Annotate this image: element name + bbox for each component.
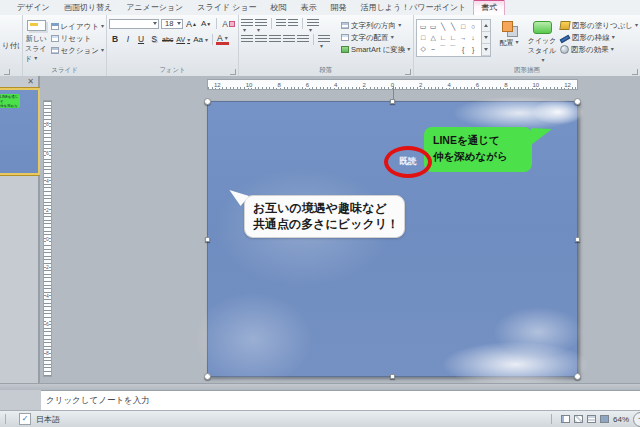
font-color-button[interactable]: A: [216, 33, 229, 45]
quick-styles-label-2: スタイル: [527, 46, 557, 64]
shape-arc2-icon[interactable]: ⌒: [448, 44, 458, 55]
zoom-out-button[interactable]: −: [633, 412, 640, 427]
quick-styles-button[interactable]: クイック スタイル: [527, 17, 557, 64]
gallery-scroll-up[interactable]: [482, 20, 490, 32]
shape-fill-button[interactable]: 図形の塗りつぶし: [560, 20, 638, 31]
bold-button[interactable]: B: [109, 33, 121, 45]
slideshow-view-icon[interactable]: [600, 415, 609, 423]
arrange-button[interactable]: 配置: [494, 17, 524, 64]
vertical-ruler[interactable]: 8 6 4 2 0 2 4 6 8: [43, 100, 52, 377]
shape-brace-right-icon[interactable]: }: [468, 44, 478, 55]
gallery-more-button[interactable]: [482, 44, 490, 56]
shape-arrow-line-icon[interactable]: ╲: [448, 21, 458, 32]
line-spacing-button[interactable]: [307, 19, 319, 28]
shape-rectangle-icon[interactable]: □: [458, 21, 468, 32]
align-left-button[interactable]: [241, 35, 253, 44]
selection-handle-bottom[interactable]: [390, 374, 395, 379]
gallery-scrollbar[interactable]: [482, 19, 491, 57]
language-indicator[interactable]: 日本語: [36, 414, 60, 425]
numbering-button[interactable]: [255, 19, 267, 28]
selection-handle-bottom-right[interactable]: [574, 373, 581, 380]
notes-input[interactable]: クリックしてノートを入力: [41, 390, 640, 410]
thumbnail-green-bubble: LINEを通じて 仲を深めながら: [0, 94, 20, 108]
shape-arc-icon[interactable]: ⌒: [438, 44, 448, 55]
clear-formatting-label: A: [222, 19, 228, 29]
align-text-button[interactable]: 文字の配置: [341, 32, 410, 43]
tab-design[interactable]: デザイン: [10, 0, 57, 15]
shape-textbox-icon[interactable]: ▭: [418, 21, 428, 32]
tab-view[interactable]: 表示: [294, 0, 324, 15]
shape-arrow-down-icon[interactable]: ↓: [468, 32, 478, 43]
tab-slideshow[interactable]: スライド ショー: [190, 0, 263, 15]
spellcheck-icon[interactable]: ✓: [19, 413, 31, 425]
shapes-gallery[interactable]: ▭ ▭ ╲ ╲ □ ○ □ △ ∟ ∟ → ↓ ◇ ~ ⌒ ⌒ {: [416, 19, 482, 57]
columns-button[interactable]: [318, 35, 330, 44]
bullets-button[interactable]: [241, 19, 253, 28]
paste-button-partial[interactable]: り付け: [2, 41, 20, 51]
slide-sorter-view-icon[interactable]: [574, 415, 583, 423]
dialog-launcher-icon[interactable]: [4, 69, 10, 75]
reset-button[interactable]: リセット: [51, 33, 104, 44]
selection-handle-bottom-left[interactable]: [204, 373, 211, 380]
ruler-number: 4: [46, 293, 49, 299]
change-case-button[interactable]: Aa: [192, 33, 209, 45]
shape-elbow2-icon[interactable]: ∟: [448, 32, 458, 43]
decrease-indent-button[interactable]: [276, 19, 286, 28]
shape-arrow-right-icon[interactable]: →: [458, 32, 468, 43]
reading-view-icon[interactable]: [587, 415, 596, 423]
tab-format-active[interactable]: 書式: [473, 0, 505, 15]
underline-button[interactable]: U: [135, 33, 147, 45]
dialog-launcher-icon[interactable]: [230, 69, 236, 75]
shape-brace-left-icon[interactable]: {: [458, 44, 468, 55]
convert-smartart-button[interactable]: SmartArt に変換: [341, 44, 410, 55]
selection-handle-top-left[interactable]: [204, 98, 211, 105]
align-center-button[interactable]: [255, 35, 267, 44]
shape-rect2-icon[interactable]: □: [418, 32, 428, 43]
section-button[interactable]: セクション: [51, 45, 104, 56]
tab-partial-left[interactable]: [0, 1, 10, 15]
tab-animations[interactable]: アニメーション: [119, 0, 190, 15]
shape-triangle-icon[interactable]: △: [428, 32, 438, 43]
distribute-button[interactable]: [297, 35, 309, 44]
font-name-combo[interactable]: [109, 19, 159, 29]
clear-formatting-button[interactable]: A: [221, 18, 236, 30]
new-slide-button[interactable]: 新しい スライド: [25, 17, 48, 64]
chevron-down-icon: [153, 22, 157, 25]
strikethrough-button[interactable]: abc: [161, 33, 174, 45]
italic-button[interactable]: I: [122, 33, 134, 45]
tab-developer[interactable]: 開発: [324, 0, 354, 15]
gallery-scroll-down[interactable]: [482, 32, 490, 44]
tab-transitions[interactable]: 画面切り替え: [57, 0, 119, 15]
align-right-button[interactable]: [269, 35, 281, 44]
shape-effects-button[interactable]: 図形の効果: [560, 44, 638, 55]
character-spacing-button[interactable]: AV: [175, 33, 191, 45]
text-shadow-button[interactable]: S: [148, 33, 160, 45]
shape-curve-icon[interactable]: ~: [428, 44, 438, 55]
shrink-font-button[interactable]: A▼: [200, 18, 212, 30]
shape-vtextbox-icon[interactable]: ▭: [428, 21, 438, 32]
shape-line-icon[interactable]: ╲: [438, 21, 448, 32]
selection-handle-top-right[interactable]: [574, 98, 581, 105]
selection-handle-right[interactable]: [575, 237, 580, 242]
justify-button[interactable]: [283, 35, 295, 44]
shape-elbow-icon[interactable]: ∟: [438, 32, 448, 43]
slide-thumbnail[interactable]: LINEを通じて 仲を深めながら: [0, 88, 40, 175]
slide-picture[interactable]: LINEを通じて 仲を深めながら 既読 お互いの境遇や趣味など 共通点の多さにビ…: [207, 101, 578, 377]
font-size-combo[interactable]: 18: [161, 19, 183, 29]
selection-handle-left[interactable]: [205, 237, 210, 242]
shape-diamond-icon[interactable]: ◇: [418, 44, 428, 55]
text-direction-button[interactable]: 文字列の方向: [341, 20, 410, 31]
dialog-launcher-icon[interactable]: [632, 69, 638, 75]
tab-review[interactable]: 校閲: [264, 0, 294, 15]
close-icon[interactable]: ✕: [27, 78, 34, 86]
zoom-level[interactable]: 64%: [613, 415, 629, 424]
normal-view-icon[interactable]: [561, 415, 570, 423]
shape-outline-button[interactable]: 図形の枠線: [560, 32, 638, 43]
tab-custom-addin[interactable]: 活用しよう！パワーポイント: [354, 0, 474, 15]
selection-handle-top[interactable]: [390, 99, 395, 104]
layout-button[interactable]: レイアウト: [51, 21, 104, 32]
increase-indent-button[interactable]: [288, 19, 298, 28]
shape-oval-icon[interactable]: ○: [468, 21, 478, 32]
grow-font-button[interactable]: A▲: [185, 18, 198, 30]
dialog-launcher-icon[interactable]: [405, 69, 411, 75]
